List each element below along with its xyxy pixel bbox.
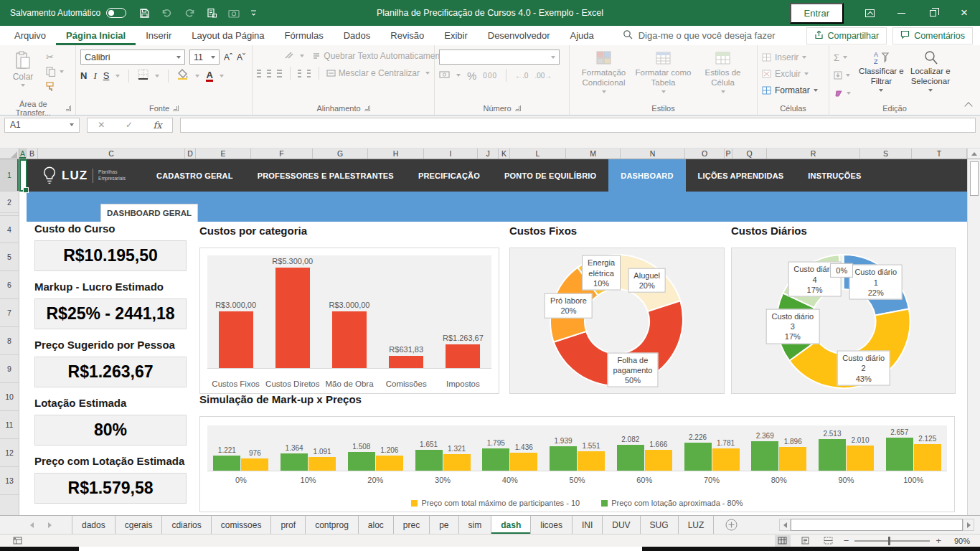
- font-dialog-launcher[interactable]: [173, 105, 179, 111]
- horizontal-scrollbar[interactable]: [779, 516, 974, 534]
- restore-button[interactable]: [917, 0, 948, 26]
- sheet-tab-sug[interactable]: SUG: [641, 516, 679, 534]
- clipboard-dialog-launcher[interactable]: [66, 105, 71, 111]
- column-header-c[interactable]: C: [38, 149, 185, 159]
- number-dialog-launcher[interactable]: [515, 105, 521, 111]
- zoom-slider-thumb[interactable]: [888, 537, 890, 545]
- tell-me-search[interactable]: Diga-me o que você deseja fazer: [623, 26, 776, 45]
- column-header-d[interactable]: D: [185, 149, 196, 159]
- close-button[interactable]: ×: [948, 0, 980, 26]
- ribbon-tab-arquivo[interactable]: Arquivo: [4, 26, 56, 45]
- sheet-tab-ini[interactable]: INI: [573, 516, 603, 534]
- sheet-tab-cgerais[interactable]: cgerais: [116, 516, 163, 534]
- row-header-7[interactable]: 7: [0, 299, 19, 327]
- find-select-button[interactable]: Localizar e Selecionar: [905, 48, 956, 102]
- sheet-tab-cdiarios[interactable]: cdiarios: [162, 516, 211, 534]
- row-header-9[interactable]: 9: [0, 355, 19, 383]
- enter-icon[interactable]: ✓: [126, 120, 133, 130]
- sheet-tab-pe[interactable]: pe: [430, 516, 458, 534]
- row-header-8[interactable]: 8: [0, 327, 19, 355]
- column-header-h[interactable]: H: [368, 149, 424, 159]
- align-center-icon[interactable]: [267, 70, 271, 77]
- column-header-f[interactable]: F: [251, 149, 313, 159]
- column-header-o[interactable]: O: [685, 149, 725, 159]
- sort-filter-button[interactable]: AZ Classificar e Filtrar: [857, 48, 905, 102]
- h-scroll-left-button[interactable]: [779, 519, 791, 531]
- nav-item-ponto-de-equilibrio[interactable]: PONTO DE EQUILÍBRIO: [492, 159, 608, 192]
- alignment-dialog-launcher[interactable]: [364, 105, 370, 111]
- ribbon-display-options-button[interactable]: [854, 0, 885, 26]
- increase-decimal-button[interactable]: ←.0: [515, 72, 528, 80]
- increase-indent-icon[interactable]: [307, 70, 311, 77]
- font-color-icon[interactable]: A: [206, 70, 212, 82]
- column-header-l[interactable]: L: [510, 149, 566, 159]
- share-button[interactable]: Compartilhar: [806, 27, 887, 44]
- ribbon-tab-revisao[interactable]: Revisão: [380, 26, 434, 45]
- format-cells-button[interactable]: Formatar: [775, 85, 810, 95]
- column-header-e[interactable]: E: [196, 149, 251, 159]
- column-header-r[interactable]: R: [767, 149, 860, 159]
- page-layout-view-button[interactable]: [798, 535, 814, 547]
- delete-cells-button[interactable]: Excluir: [775, 69, 801, 79]
- align-right-icon[interactable]: [277, 70, 281, 77]
- name-box[interactable]: A1: [4, 118, 80, 133]
- insert-function-icon[interactable]: fx: [154, 120, 162, 131]
- column-header-i[interactable]: I: [424, 149, 478, 159]
- redo-icon[interactable]: [184, 8, 196, 18]
- grow-font-button[interactable]: Aˆ: [224, 52, 232, 62]
- horizontal-scrollbar-thumb[interactable]: [791, 519, 963, 531]
- row-header-13[interactable]: 13: [0, 467, 19, 495]
- customize-toolbar-icon[interactable]: [250, 9, 257, 17]
- nav-item-precificacao[interactable]: PRECIFICAÇÃO: [406, 159, 492, 192]
- sheet-tab-dash[interactable]: dash: [491, 516, 531, 534]
- sheet-tab-comissoes[interactable]: comissoes: [212, 516, 272, 534]
- sheet-tab-luz[interactable]: LUZ: [679, 516, 715, 534]
- undo-icon[interactable]: [161, 8, 173, 18]
- column-header-p[interactable]: P: [725, 149, 732, 159]
- column-header-t[interactable]: T: [912, 149, 967, 159]
- fill-color-icon[interactable]: [177, 69, 189, 83]
- nav-item-instrucoes[interactable]: INSTRUÇÕES: [796, 159, 873, 192]
- scroll-up-button[interactable]: [967, 149, 980, 159]
- copy-icon[interactable]: [46, 66, 64, 77]
- ribbon-tab-pagina-inicial[interactable]: Página Inicial: [56, 26, 136, 45]
- normal-view-button[interactable]: [775, 535, 791, 547]
- column-header-q[interactable]: Q: [732, 149, 767, 159]
- sheet-tab-contprog[interactable]: contprog: [306, 516, 359, 534]
- row-header-5[interactable]: 5: [0, 243, 19, 271]
- nav-item-licoes-aprendidas[interactable]: LIÇÕES APRENDIDAS: [686, 159, 796, 192]
- format-painter-icon[interactable]: [46, 81, 64, 93]
- column-header-s[interactable]: S: [860, 149, 912, 159]
- print-preview-icon[interactable]: [207, 8, 217, 19]
- sign-in-button[interactable]: Entrar: [790, 3, 844, 24]
- new-sheet-button[interactable]: [725, 516, 738, 534]
- nav-item-professores-e-palestrantes[interactable]: PROFESSORES E PALESTRANTES: [245, 159, 406, 192]
- sheet-tab-dados[interactable]: dados: [72, 516, 116, 534]
- ribbon-tab-layout-da-pagina[interactable]: Layout da Página: [182, 26, 274, 45]
- comments-button[interactable]: Comentários: [892, 27, 973, 44]
- cell-styles-button[interactable]: Estilos de Célula: [693, 48, 753, 102]
- nav-item-cadastro-geral[interactable]: CADASTRO GERAL: [144, 159, 245, 192]
- autosum-icon[interactable]: Σ: [834, 52, 839, 63]
- row-header-10[interactable]: 10: [0, 383, 19, 411]
- decrease-indent-icon[interactable]: [298, 70, 301, 77]
- nav-item-dashboard[interactable]: DASHBOARD: [608, 159, 685, 192]
- sheet-tab-sim[interactable]: sim: [459, 516, 492, 534]
- sheet-tab-licoes[interactable]: licoes: [531, 516, 573, 534]
- cut-icon[interactable]: ✂: [46, 51, 64, 62]
- h-scroll-right-button[interactable]: [963, 519, 974, 531]
- ribbon-tab-dados[interactable]: Dados: [334, 26, 381, 45]
- ribbon-tab-ajuda[interactable]: Ajuda: [560, 26, 603, 45]
- formula-input[interactable]: [180, 118, 976, 133]
- column-header-b[interactable]: B: [27, 149, 38, 159]
- autosave-toggle[interactable]: [106, 8, 126, 18]
- select-all-corner[interactable]: [0, 149, 19, 159]
- page-break-view-button[interactable]: [821, 535, 837, 547]
- font-name-combo[interactable]: Calibri: [80, 50, 185, 65]
- borders-icon[interactable]: [138, 69, 149, 83]
- paste-button[interactable]: Colar: [4, 48, 42, 102]
- format-as-table-button[interactable]: Formatar como Tabela: [633, 48, 693, 102]
- percent-style-button[interactable]: %: [467, 70, 476, 82]
- font-size-combo[interactable]: 11: [189, 50, 220, 65]
- column-header-m[interactable]: M: [566, 149, 621, 159]
